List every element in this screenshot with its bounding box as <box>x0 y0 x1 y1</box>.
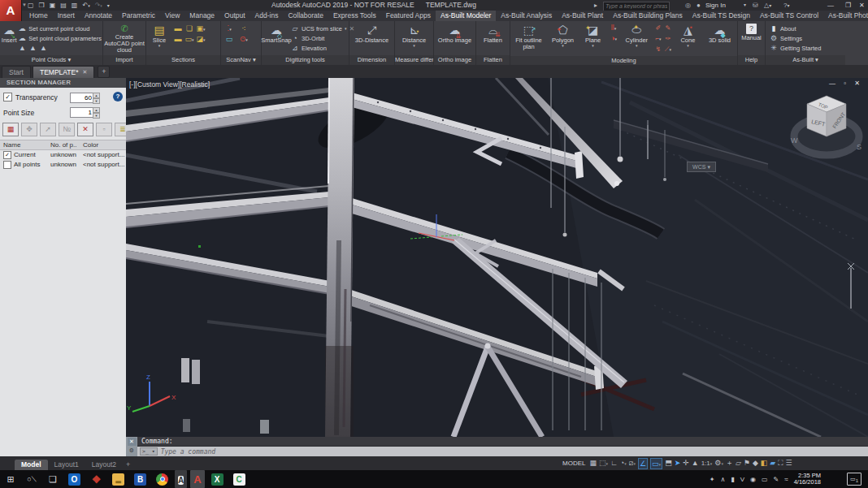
object-snap-icon[interactable]: ▭▾ <box>650 458 662 469</box>
tab-as-built-ts-design[interactable]: As-Built TS Design <box>688 11 755 21</box>
open-file-icon[interactable]: ❒ <box>39 2 45 9</box>
autodesk-app-icon[interactable]: A <box>175 470 187 488</box>
task-view-icon[interactable]: ❏ <box>42 474 63 485</box>
scan-plan-icon[interactable]: ▭ <box>222 35 237 45</box>
panel-label-help[interactable]: Help <box>738 55 765 65</box>
command-wrench-icon[interactable]: ⚙ <box>128 447 137 455</box>
command-input-bar[interactable]: >_ ▾ Type a command <box>137 447 868 456</box>
battery-icon[interactable]: ▮ <box>731 476 734 483</box>
tab-as-built-photo[interactable]: As-Built Photo <box>823 11 868 21</box>
set-current-point-cloud-button[interactable]: ☁ Set current point cloud <box>18 24 102 33</box>
annotation-scale-label[interactable]: 1:1▾ <box>701 457 713 469</box>
tab-manage[interactable]: Manage <box>184 11 219 21</box>
restore-window-icon[interactable]: ❐ <box>845 0 851 11</box>
all-points-checkbox[interactable] <box>3 161 11 169</box>
blue-b-app-icon[interactable]: B <box>134 473 146 486</box>
file-tab-template[interactable]: TEMPLATE*✕ <box>33 66 94 78</box>
help-search-input[interactable] <box>603 2 670 11</box>
annotation-monitor-icon[interactable]: ＋ <box>726 457 733 469</box>
tab-express-tools[interactable]: Express Tools <box>328 11 381 21</box>
people-tray-icon[interactable]: ✦ <box>710 476 715 483</box>
create-autocad-point-cloud-button[interactable]: ✆ Create AutoCAD point cloud <box>104 22 145 55</box>
file-explorer-icon[interactable]: ▂ <box>112 473 124 486</box>
file-tab-start[interactable]: Start <box>2 66 31 78</box>
undo-icon[interactable]: ↶▾ <box>82 2 89 9</box>
pen-icon[interactable]: ✎ <box>774 476 779 483</box>
fit-section-button[interactable]: ✥ <box>21 123 37 136</box>
hidden-icons-chevron[interactable]: ∧ <box>720 476 725 483</box>
transparency-spinner[interactable]: ▲▼ <box>93 93 100 103</box>
tab-view[interactable]: View <box>160 11 184 21</box>
close-tab-icon[interactable]: ✕ <box>83 67 88 78</box>
point-size-spinner[interactable]: ▲▼ <box>93 107 100 118</box>
section-stack-icon[interactable]: ❏ <box>184 24 195 35</box>
pipe-bend-icon[interactable]: ✎ <box>663 24 673 35</box>
delete-section-button[interactable]: ✕ <box>77 123 93 136</box>
scan-station-icon[interactable]: ʘ▾ <box>237 35 251 45</box>
tab-collaborate[interactable]: Collaborate <box>283 11 328 21</box>
tab-featured-apps[interactable]: Featured Apps <box>381 11 436 21</box>
plane-disc-icon[interactable]: ◑▾ <box>607 34 620 42</box>
vive-icon[interactable]: V <box>740 476 744 483</box>
model-tab[interactable]: Model <box>15 460 48 470</box>
section-box-icon[interactable]: ▣▾ <box>195 24 206 35</box>
panel-label-import[interactable]: Import <box>103 55 145 65</box>
flatten-button[interactable]: ⌓⇊ Flatten <box>478 22 509 55</box>
chrome-icon[interactable] <box>156 473 168 486</box>
start-button[interactable]: ⊞ <box>0 474 21 485</box>
section-mid-icon[interactable]: ▬ <box>172 35 184 45</box>
tab-as-built-building-plans[interactable]: As-Built Building Plans <box>608 11 688 21</box>
table-row-all-points[interactable]: All points unknown <not support... <box>0 160 126 169</box>
elevation-button[interactable]: ⊿ Elevation <box>291 43 354 53</box>
scan-flag-icon[interactable]: ▲ <box>28 44 37 52</box>
network-globe-icon[interactable]: ◉ <box>750 476 756 483</box>
drawing-viewport[interactable]: Z X Y W S LEFT FRONT TOP [-][Custom View… <box>126 78 868 437</box>
section-manager-title[interactable]: SECTION MANAGER <box>0 78 126 88</box>
snap-toggle-icon[interactable]: ⬚▾ <box>599 457 608 469</box>
panel-label-digitizing-tools[interactable]: Digitizing tools <box>262 55 349 65</box>
transparency-checkbox[interactable]: ✓ <box>3 93 12 101</box>
scan-target-icon[interactable]: ▲ <box>39 44 47 52</box>
autodesk-alert-icon[interactable]: △▾ <box>764 0 771 11</box>
tab-parametric[interactable]: Parametric <box>117 11 160 21</box>
insert-point-cloud-button[interactable]: ☁↘ Insert <box>1 22 17 55</box>
customization-menu-icon[interactable]: ☰ <box>786 457 792 469</box>
excel-icon[interactable]: X <box>211 473 224 486</box>
transparency-input[interactable] <box>70 93 94 103</box>
3d-distance-button[interactable]: ⤢ 3D-Distance <box>351 22 393 55</box>
graphics-performance-icon[interactable]: ▰ <box>770 457 775 469</box>
current-checkbox[interactable]: ✓ <box>3 151 11 159</box>
isometric-drafting-icon[interactable]: ⧄▾ <box>629 457 636 469</box>
tab-as-built-ts-control[interactable]: As-Built TS Control <box>755 11 823 21</box>
viewport-controls-label[interactable]: [-][Custom View][Realistic] <box>129 80 210 89</box>
taskbar-clock[interactable]: 2:35 PM4/16/2018 <box>794 473 821 486</box>
ucs-from-slice-button[interactable]: ▱ UCS from slice▾ ✕ <box>291 24 354 33</box>
panel-label-sections[interactable]: Sections <box>146 55 220 65</box>
autocad-app-button[interactable]: A <box>0 0 22 21</box>
move-section-button[interactable]: ➚ <box>40 123 56 136</box>
selection-cycling-icon[interactable]: ▲ <box>692 457 699 469</box>
wcs-dropdown[interactable]: WCS ▾ <box>687 162 716 172</box>
app-menu-caret-icon[interactable]: ▼ <box>22 2 27 7</box>
viewport-window-buttons[interactable]: — ▫ ✕ <box>829 80 863 87</box>
scan-points-icon[interactable]: ⁚▾ <box>222 24 237 35</box>
tab-insert[interactable]: Insert <box>53 11 80 21</box>
c-app-icon[interactable]: C <box>233 473 245 486</box>
settings-button[interactable]: ⚙ Settings <box>770 33 821 43</box>
pipe-tool-icon[interactable]: ✐ <box>653 24 663 35</box>
panel-label-flatten[interactable]: Flatten <box>476 55 510 65</box>
set-point-cloud-parameters-button[interactable]: ☁ Set point cloud parameters <box>18 33 102 43</box>
redo-icon[interactable]: ↷▾ <box>95 2 102 9</box>
quick-properties-icon[interactable]: ⚑ <box>744 457 750 469</box>
isolate-objects-icon[interactable]: ◧ <box>761 457 768 469</box>
clean-screen-icon[interactable]: ⛶ <box>778 457 783 469</box>
plane-pair-icon[interactable]: ⦀▾ <box>607 24 620 32</box>
plane-button[interactable]: ◪✦ Plane ▾ <box>579 22 606 56</box>
tab-add-ins[interactable]: Add-ins <box>250 11 284 21</box>
command-prompt-icon[interactable]: >_ ▾ <box>140 447 158 456</box>
model-space-label[interactable]: MODEL <box>562 460 585 467</box>
scan-colors-icon[interactable]: ⁖ <box>237 24 251 35</box>
workspace-gear-icon[interactable]: ⚙▾ <box>714 457 723 469</box>
pipe-fit-icon[interactable]: ⟋▾ <box>663 45 673 56</box>
new-layout-icon[interactable]: + <box>126 460 130 469</box>
